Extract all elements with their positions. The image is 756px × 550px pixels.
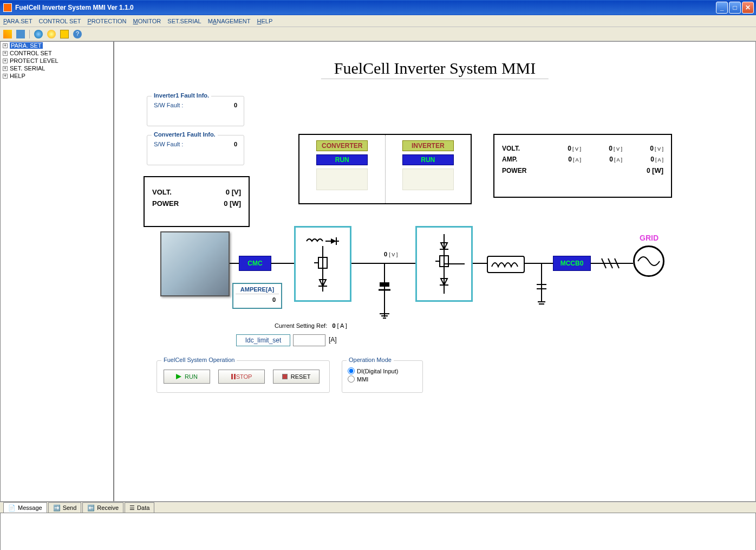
stop-button[interactable]: STOP (218, 370, 265, 384)
message-pane[interactable] (0, 513, 756, 550)
inverter-run-label: RUN (402, 154, 454, 165)
globe-icon[interactable] (34, 30, 43, 38)
volt-2: 0 (609, 145, 612, 152)
ampere-value: 0 (236, 294, 279, 303)
conv-inv-box: CONVERTER RUN INVERTER RUN (298, 134, 472, 204)
metrics-volt-label: VOLT. (502, 145, 540, 152)
mode-mmi-radio[interactable] (348, 376, 355, 383)
volt-1: 0 (568, 145, 571, 152)
metrics-box: VOLT. 0[ V ] 0[ V ] 0[ V ] AMP. 0[ A ] 0… (493, 134, 672, 198)
expand-icon[interactable]: + (3, 74, 8, 79)
inverter-fault-title: Inverter1 Fault Info. (152, 92, 211, 99)
converter-schematic-icon (294, 226, 351, 302)
hardware-image (160, 231, 230, 296)
help-icon[interactable]: ? (73, 30, 82, 38)
expand-icon[interactable]: + (3, 59, 8, 63)
tab-message[interactable]: 📄Message (3, 502, 47, 513)
capacitor-icon (536, 275, 548, 308)
inverter-blank (402, 169, 454, 190)
toolbar-divider (29, 30, 30, 38)
mode-mmi-option[interactable]: MMI (348, 376, 417, 383)
current-setting-row: Current Setting Ref: 0 [ A ] (275, 322, 347, 329)
tree-node-paraset[interactable]: +PARA. SET (1, 42, 113, 49)
cmc-box: CMC (239, 256, 271, 271)
wire (473, 263, 487, 264)
volt-value: 0 (226, 188, 230, 196)
svg-line-29 (608, 258, 612, 268)
menu-setserial[interactable]: SET.SERIAL (167, 18, 201, 24)
wire (351, 263, 415, 264)
converter-fault-box: Converter1 Fault Info. S/W Fault :0 (147, 135, 244, 165)
menu-monitor[interactable]: MONITOR (133, 18, 161, 24)
mail-icon[interactable] (60, 30, 69, 38)
volt-3: 0 (650, 145, 654, 152)
conv-fault-label: S/W Fault : (154, 141, 183, 147)
grid-icon (633, 245, 664, 277)
idc-limit-input[interactable] (293, 334, 325, 346)
inv-fault-label: S/W Fault : (154, 102, 183, 108)
reset-button[interactable]: RESET (273, 370, 320, 384)
tab-send[interactable]: ➡️Send (48, 502, 82, 513)
tab-data[interactable]: ☰Data (125, 502, 154, 513)
amp-3: 0 (650, 156, 654, 163)
volt-power-box: VOLT.0 [V] POWER0 [W] (144, 176, 250, 227)
tool-icon-1[interactable] (3, 30, 12, 38)
data-icon: ☰ (129, 504, 135, 512)
expand-icon[interactable]: + (3, 51, 8, 56)
play-icon (176, 374, 181, 379)
tree-node-protect[interactable]: +PROTECT LEVEL (1, 57, 113, 64)
metrics-power-label: POWER (502, 167, 540, 174)
bottom-tab-bar: 📄Message ➡️Send ⬅️Receive ☰Data (0, 502, 756, 513)
sun-icon[interactable] (47, 30, 56, 38)
maximize-button[interactable]: □ (729, 2, 741, 14)
amp-1: 0 (568, 156, 572, 163)
toolbar: ? (0, 27, 756, 41)
ampere-box: AMPERE[A] 0 (232, 283, 282, 309)
mode-group-label: Operation Mode (347, 357, 394, 363)
power-unit: [W] (230, 199, 241, 208)
mode-di-radio[interactable] (348, 367, 355, 374)
capacitor-icon (376, 282, 393, 321)
tab-receive[interactable]: ⬅️Receive (82, 502, 123, 513)
curset-unit: [ A ] (337, 322, 347, 329)
minimize-button[interactable]: _ (716, 2, 728, 14)
run-button[interactable]: RUN (164, 370, 210, 384)
converter-fault-title: Converter1 Fault Info. (152, 131, 218, 138)
power-label: POWER (152, 199, 179, 208)
metrics-amp-label: AMP. (502, 156, 540, 163)
curset-value: 0 (332, 322, 335, 329)
menu-management[interactable]: MANAGEMENT (208, 18, 251, 24)
grid-label: GRID (640, 234, 659, 242)
conv-fault-value: 0 (234, 141, 237, 147)
expand-icon[interactable]: + (3, 43, 8, 48)
home-icon[interactable] (16, 30, 25, 38)
tree-node-help[interactable]: +HELP (1, 72, 113, 80)
menu-help[interactable]: HELP (257, 18, 273, 24)
menu-paraset[interactable]: PARA.SET (3, 18, 32, 24)
send-icon: ➡️ (53, 504, 61, 512)
menu-controlset[interactable]: CONTROL SET (39, 18, 81, 24)
menu-protection[interactable]: PROTECTION (87, 18, 126, 24)
svg-marker-1 (331, 238, 336, 244)
converter-label: CONVERTER (316, 140, 368, 151)
receive-icon: ⬅️ (87, 504, 95, 512)
pause-icon (231, 374, 233, 379)
main-area: +PARA. SET +CONTROL SET +PROTECT LEVEL +… (0, 41, 756, 502)
idc-limit-label: Idc_limit_set (236, 334, 290, 346)
mode-group: Operation Mode DI(Digital Input) MMI (342, 360, 423, 393)
volt-unit: [V] (232, 188, 241, 196)
expand-icon[interactable]: + (3, 66, 8, 71)
tree-panel[interactable]: +PARA. SET +CONTROL SET +PROTECT LEVEL +… (0, 41, 114, 502)
inv-fault-value: 0 (234, 102, 237, 108)
amp-2: 0 (609, 156, 613, 163)
breaker-icon (599, 256, 621, 271)
operation-group-label: FuelCell System Operation (161, 357, 237, 363)
inverter-fault-box: Inverter1 Fault Info. S/W Fault :0 (147, 96, 244, 126)
window-buttons: _ □ ✕ (716, 2, 754, 14)
tree-node-controlset[interactable]: +CONTROL SET (1, 49, 113, 57)
mode-di-option[interactable]: DI(Digital Input) (348, 367, 417, 374)
ampere-title: AMPERE[A] (236, 286, 279, 294)
tree-node-setserial[interactable]: +SET. SERIAL (1, 64, 113, 72)
close-button[interactable]: ✕ (742, 2, 754, 14)
wire (525, 263, 553, 264)
